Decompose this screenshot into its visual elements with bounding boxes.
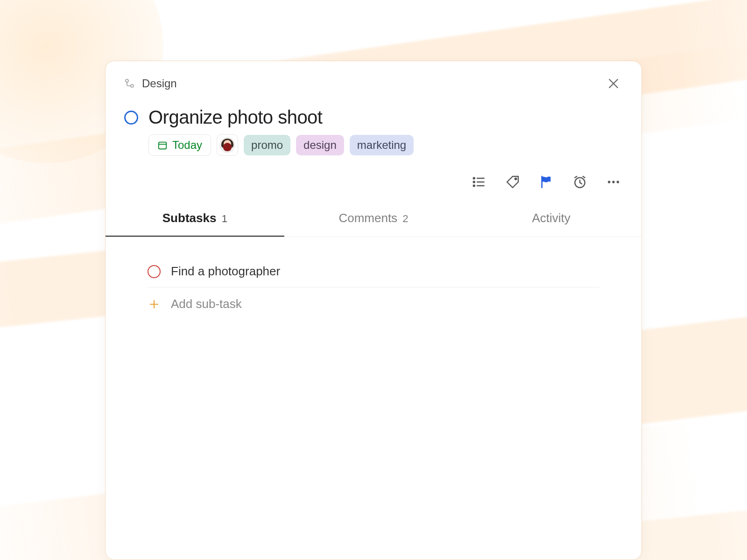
labels-button[interactable] — [504, 174, 521, 190]
breadcrumb-row: Design — [106, 61, 641, 93]
svg-point-9 — [612, 181, 614, 183]
svg-point-1 — [131, 84, 134, 87]
add-subtask-button[interactable]: Add sub-task — [148, 287, 599, 321]
subtask-tree-icon — [124, 78, 135, 89]
tab-label: Comments — [338, 211, 397, 225]
subtask-checkbox[interactable] — [148, 265, 161, 278]
svg-rect-2 — [159, 142, 167, 149]
tab-label: Activity — [532, 211, 571, 225]
tag-label: design — [303, 139, 337, 152]
tab-comments[interactable]: Comments 2 — [284, 211, 463, 237]
tag-label: promo — [251, 139, 283, 152]
tab-label: Subtasks — [162, 211, 217, 225]
more-button[interactable] — [605, 174, 622, 190]
breadcrumb-project: Design — [142, 77, 177, 90]
tab-count: 2 — [402, 213, 408, 224]
avatar — [219, 137, 235, 153]
subtasks-panel: Find a photographer Add sub-task — [106, 237, 641, 321]
priority-button[interactable] — [538, 174, 555, 190]
subtask-title: Find a photographer — [171, 264, 280, 279]
list-icon — [472, 175, 486, 189]
flag-icon — [539, 175, 554, 189]
alarm-clock-icon — [572, 175, 587, 189]
task-actions-row — [106, 156, 641, 190]
due-date-chip[interactable]: Today — [148, 134, 211, 156]
svg-point-8 — [608, 181, 610, 183]
reminder-button[interactable] — [571, 174, 588, 190]
task-meta-row: Today promo design marketing — [106, 128, 641, 156]
svg-point-6 — [515, 178, 516, 180]
more-icon — [606, 175, 621, 189]
close-button[interactable] — [604, 74, 623, 93]
add-subtask-label: Add sub-task — [171, 297, 242, 311]
breadcrumb[interactable]: Design — [124, 77, 177, 90]
tag-icon — [505, 175, 520, 189]
svg-point-10 — [617, 181, 619, 183]
tab-activity[interactable]: Activity — [463, 211, 641, 237]
task-title-row: Organize photo shoot — [106, 93, 641, 128]
svg-point-4 — [473, 181, 475, 182]
subtask-row[interactable]: Find a photographer — [148, 256, 599, 287]
tag-marketing[interactable]: marketing — [350, 135, 414, 155]
svg-point-5 — [473, 185, 475, 186]
subtasks-button[interactable] — [471, 174, 487, 190]
task-detail-card: Design Organize photo shoot Today promo — [105, 61, 642, 560]
tab-subtasks[interactable]: Subtasks 1 — [106, 211, 284, 237]
tag-promo[interactable]: promo — [244, 135, 290, 155]
svg-point-3 — [473, 177, 475, 179]
tag-label: marketing — [357, 139, 406, 152]
assignee-chip[interactable] — [217, 134, 238, 156]
due-date-label: Today — [172, 139, 202, 152]
plus-icon — [148, 298, 161, 311]
tag-design[interactable]: design — [296, 135, 344, 155]
task-title[interactable]: Organize photo shoot — [148, 107, 322, 128]
tab-count: 1 — [222, 213, 227, 224]
svg-point-0 — [126, 79, 128, 82]
task-complete-checkbox[interactable] — [124, 111, 138, 125]
tabs: Subtasks 1 Comments 2 Activity — [106, 211, 641, 237]
calendar-icon — [157, 140, 168, 150]
